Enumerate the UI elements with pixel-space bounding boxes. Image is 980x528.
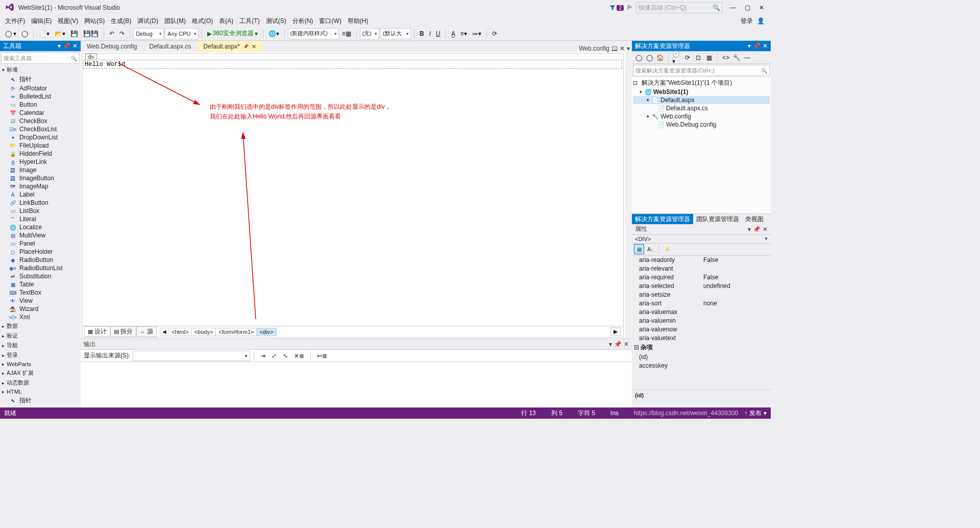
output-close-icon[interactable]: ✕ xyxy=(624,341,629,348)
fontcolor-button[interactable]: A̲ xyxy=(449,28,457,39)
se-pin-icon[interactable]: 📌 xyxy=(753,42,761,50)
toolbox-item[interactable]: 🌐Localize xyxy=(0,223,81,231)
se-close-icon[interactable]: ✕ xyxy=(763,42,768,50)
breadcrumb-form[interactable]: <form#form1> xyxy=(216,328,257,335)
nav-back-button[interactable]: ◯ ▾ xyxy=(3,28,18,39)
se-refresh-icon[interactable]: ⟳ xyxy=(683,53,692,62)
property-value[interactable] xyxy=(701,362,771,370)
props-categorized-button[interactable]: ▤ xyxy=(634,244,644,254)
toolbox-category[interactable]: 数据 xyxy=(0,321,81,331)
toolbox-item[interactable]: 🧙Wizard xyxy=(0,305,81,313)
toolbox-item[interactable]: </>Xml xyxy=(0,313,81,321)
minimize-button[interactable]: — xyxy=(726,2,740,13)
tab-close-icon[interactable]: ✕ xyxy=(252,43,256,50)
tab-preview-icon[interactable]: 🕮 xyxy=(611,45,618,52)
config-combo[interactable]: Debug xyxy=(133,28,164,39)
toolbox-item[interactable]: ≔BulletedList xyxy=(0,92,81,101)
toolbox-item[interactable]: ◉≡RadioButtonList xyxy=(0,264,81,272)
toolbox-item[interactable]: 📅Calendar xyxy=(0,109,81,117)
toolbox-item[interactable]: ☑CheckBox xyxy=(0,117,81,125)
toolbox-item[interactable]: A̲HyperLink xyxy=(0,158,81,166)
toolbox-category[interactable]: HTML xyxy=(0,388,81,396)
toolbox-search-input[interactable]: 搜索工具箱 xyxy=(1,53,80,64)
save-all-button[interactable]: 💾💾 xyxy=(81,28,101,39)
toolbox-category[interactable]: WebParts xyxy=(0,360,81,368)
toolbox-item[interactable]: ⌨TextBox xyxy=(0,289,81,297)
property-row[interactable]: aria-sortnone xyxy=(632,299,771,308)
output-clear-button[interactable]: ✕≣ xyxy=(292,350,306,362)
property-row[interactable]: aria-valuemax xyxy=(632,308,771,317)
css-apply-button[interactable]: ≡▦ xyxy=(340,28,353,39)
properties-object-combo[interactable]: <DIV> xyxy=(632,235,771,244)
property-value[interactable] xyxy=(701,317,771,325)
quicklaunch-input[interactable]: 快速启动 (Ctrl+Q) 🔍 xyxy=(636,2,723,13)
new-file-button[interactable]: 📄▾ xyxy=(37,28,52,39)
menu-analyze[interactable]: 分析(N) xyxy=(289,16,316,27)
output-goto-button[interactable]: ⇥ xyxy=(258,350,267,362)
tree-project[interactable]: ▾🌐WebSite1(1) xyxy=(633,88,770,96)
property-value[interactable] xyxy=(701,308,771,316)
tree-defaultaspx[interactable]: ▾📄Default.aspx xyxy=(633,96,770,104)
menu-team[interactable]: 团队(M) xyxy=(161,16,189,27)
toolbox-item[interactable]: ◻PlaceHolder xyxy=(0,248,81,256)
props-alpha-button[interactable]: A↓ xyxy=(645,244,655,254)
redo-button[interactable]: ↷ xyxy=(117,28,127,39)
breadcrumb-body[interactable]: <body> xyxy=(192,328,216,335)
tab-overflow-icon[interactable]: ▾ xyxy=(627,45,630,52)
properties-grid[interactable]: aria-readonlyFalsearia-relevantaria-requ… xyxy=(632,256,771,390)
align-button[interactable]: ≡▾ xyxy=(458,28,469,39)
font-size-combo[interactable]: (默认大 xyxy=(380,28,411,39)
tab-defaultaspx[interactable]: Default.aspx*📌✕ xyxy=(198,41,262,52)
menu-window[interactable]: 窗口(W) xyxy=(316,16,344,27)
style-target-combo[interactable]: (新建内联样式) xyxy=(288,28,339,39)
props-events-button[interactable]: ⚡ xyxy=(662,244,672,254)
toolbox-item[interactable]: ⟳AdRotator xyxy=(0,84,81,92)
menu-view[interactable]: 视图(V) xyxy=(55,16,81,27)
toolbox-item[interactable]: 🗺ImageMap xyxy=(0,182,81,190)
props-dropdown-icon[interactable]: ▾ xyxy=(748,226,751,233)
se-properties-icon[interactable]: 🔧 xyxy=(732,53,741,62)
designer-content-input[interactable] xyxy=(83,60,622,69)
run-button[interactable]: ▶ 360安全浏览器 ▾ xyxy=(205,28,260,39)
se-sync-icon[interactable]: 🕘▾ xyxy=(672,53,681,62)
tab-close2-icon[interactable]: ✕ xyxy=(620,45,625,52)
tab-team-explorer[interactable]: 团队资源管理器 xyxy=(693,214,742,224)
menu-debug[interactable]: 调试(D) xyxy=(134,16,161,27)
property-row[interactable]: aria-selectedundefined xyxy=(632,282,771,291)
toolbox-item[interactable]: ▭Panel xyxy=(0,239,81,248)
property-row[interactable]: aria-relevant xyxy=(632,265,771,273)
output-source-combo[interactable] xyxy=(132,351,250,361)
designer-surface[interactable]: div 由于刚刚我们选中的是div标签作用的范围，所以此处显示的是div， 我们… xyxy=(82,53,624,338)
bold-button[interactable]: B xyxy=(418,28,426,39)
toolbox-item[interactable]: ☑≡CheckBoxList xyxy=(0,125,81,133)
menu-tools[interactable]: 工具(T) xyxy=(236,16,262,27)
toolbox-category[interactable]: 登录 xyxy=(0,350,81,360)
toolbox-close-icon[interactable]: ✕ xyxy=(72,42,78,50)
toolbox-category[interactable]: 动态数据 xyxy=(0,378,81,388)
publish-button[interactable]: ↑ 发布 ▾ xyxy=(744,409,767,418)
toolbox-item[interactable]: ⬉指针 xyxy=(0,75,81,84)
menu-format[interactable]: 格式(O) xyxy=(189,16,216,27)
output-dropdown-icon[interactable]: ▾ xyxy=(609,341,612,348)
breadcrumb-div[interactable]: <div> xyxy=(257,328,276,335)
filter-badge[interactable]: 2 xyxy=(609,5,624,11)
property-row[interactable]: aria-valuemin xyxy=(632,317,771,325)
view-design-button[interactable]: ▦ 设计 xyxy=(84,326,110,337)
save-button[interactable]: 💾 xyxy=(68,28,80,39)
open-file-button[interactable]: 📂▾ xyxy=(53,28,67,39)
toolbox-item[interactable]: 🔒HiddenField xyxy=(0,150,81,158)
view-source-button[interactable]: ↔ 源 xyxy=(136,326,157,337)
menu-help[interactable]: 帮助(H) xyxy=(345,16,372,27)
toolbox-category[interactable]: 导航 xyxy=(0,341,81,350)
se-collapse-icon[interactable]: ⊡ xyxy=(694,53,703,62)
nav-fwd-button[interactable]: ◯ xyxy=(19,28,30,39)
browser-select-button[interactable]: 🌐▾ xyxy=(266,28,281,39)
toolbox-item[interactable]: 📁FileUpload xyxy=(0,141,81,150)
tab-solution-explorer[interactable]: 解决方案资源管理器 xyxy=(632,214,693,224)
property-row[interactable]: aria-valuenow xyxy=(632,325,771,334)
toolbox-dropdown-icon[interactable]: ▾ xyxy=(58,42,61,50)
props-close-icon[interactable]: ✕ xyxy=(763,226,768,233)
toolbox-item[interactable]: ◉RadioButton xyxy=(0,256,81,264)
undo-button[interactable]: ↶ xyxy=(107,28,116,39)
property-value[interactable]: none xyxy=(701,299,771,307)
